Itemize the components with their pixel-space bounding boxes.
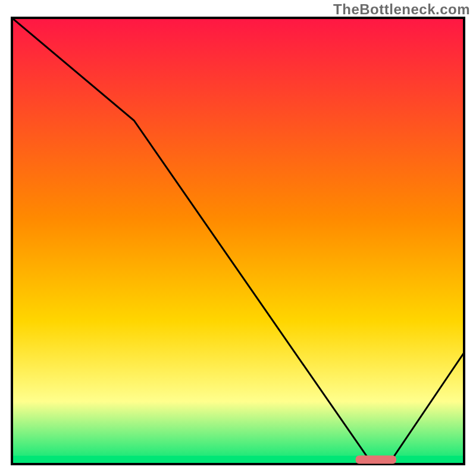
chart-svg xyxy=(0,0,476,476)
plot-background xyxy=(12,18,464,464)
optimal-zone-marker xyxy=(356,456,396,464)
bottleneck-chart: TheBottleneck.com xyxy=(0,0,476,476)
watermark-text: TheBottleneck.com xyxy=(333,1,470,18)
